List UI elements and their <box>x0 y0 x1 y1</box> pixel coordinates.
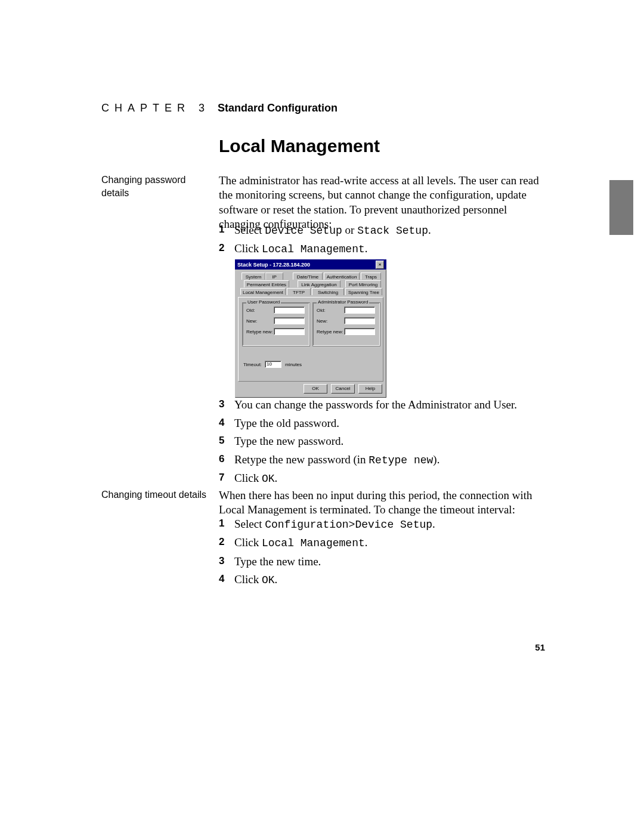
step-item: 1Select Device Setup or Stack Setup. <box>219 222 544 238</box>
chapter-word: CHAPTER 3 <box>101 102 210 114</box>
chapter-header: CHAPTER 3 Standard Configuration <box>101 102 338 114</box>
step-text: Select Configuration>Device Setup. <box>234 516 544 532</box>
page-thumb-tab <box>609 180 633 235</box>
para-timeout-intro: When there has been no input during this… <box>219 488 544 518</box>
step-text: Click OK. <box>234 572 544 587</box>
tab-switching[interactable]: Switching <box>312 288 344 295</box>
group-user-label: User Password <box>246 299 281 305</box>
tab-spanning-tree[interactable]: Spanning Tree <box>345 288 382 295</box>
code-literal: OK <box>262 473 275 485</box>
dialog-body: System IP Date/Time Authentication Traps… <box>235 270 386 398</box>
step-text: Click OK. <box>234 470 544 486</box>
label-user-new: New: <box>246 318 257 324</box>
step-text: Retype the new password (in Retype new). <box>234 452 544 467</box>
dialog-stack-setup: Stack Setup - 172.28.184.200 × System IP… <box>235 259 386 398</box>
step-text: You can change the passwords for the Adm… <box>234 397 544 413</box>
tab-authentication[interactable]: Authentication <box>324 272 360 280</box>
step-number: 2 <box>219 535 234 550</box>
code-literal: Retype new <box>369 454 433 466</box>
tab-tftp[interactable]: TFTP <box>287 288 311 295</box>
page-number: 51 <box>535 642 545 652</box>
step-item: 2Click Local Management. <box>219 535 544 550</box>
dialog-title-text: Stack Setup - 172.28.184.200 <box>237 262 310 268</box>
input-user-retype[interactable] <box>274 328 305 335</box>
step-number: 1 <box>219 222 234 238</box>
group-user-password: User Password Old: New: Retype new: <box>242 302 310 346</box>
step-number: 7 <box>219 470 234 486</box>
step-number: 2 <box>219 241 234 256</box>
code-literal: Local Management <box>262 243 365 255</box>
tab-port-mirroring[interactable]: Port Mirroring <box>345 280 381 287</box>
tab-panel: User Password Old: New: Retype new: Admi… <box>238 297 383 382</box>
step-text: Type the old password. <box>234 416 544 431</box>
step-text: Click Local Management. <box>234 535 544 550</box>
step-item: 1Select Configuration>Device Setup. <box>219 516 544 532</box>
input-admin-retype[interactable] <box>344 328 375 335</box>
step-item: 7Click OK. <box>219 470 544 486</box>
step-number: 4 <box>219 572 234 587</box>
tab-link-aggregation[interactable]: Link Aggregation <box>298 280 340 287</box>
step-item: 3Type the new time. <box>219 554 544 569</box>
step-text: Click Local Management. <box>234 241 544 256</box>
steps-password-b: 3You can change the passwords for the Ad… <box>219 397 544 490</box>
label-admin-retype: Retype new: <box>317 329 343 335</box>
side-label-password: Changing password details <box>101 174 209 199</box>
group-admin-label: Administrator Password <box>317 299 369 305</box>
step-text: Select Device Setup or Stack Setup. <box>234 222 544 238</box>
label-user-old: Old: <box>246 308 255 313</box>
cancel-button[interactable]: Cancel <box>331 384 355 394</box>
step-number: 4 <box>219 416 234 431</box>
tab-traps[interactable]: Traps <box>361 272 381 280</box>
steps-password-a: 1Select Device Setup or Stack Setup.2Cli… <box>219 222 544 260</box>
ok-button[interactable]: OK <box>304 384 327 394</box>
code-literal: Local Management <box>262 537 365 549</box>
tab-datetime[interactable]: Date/Time <box>293 272 323 280</box>
code-literal: OK <box>262 574 275 586</box>
label-admin-new: New: <box>317 318 327 324</box>
input-timeout[interactable]: 10 <box>265 361 281 368</box>
step-text: Type the new password. <box>234 433 544 449</box>
step-item: 6Retype the new password (in Retype new)… <box>219 452 544 467</box>
group-admin-password: Administrator Password Old: New: Retype … <box>312 302 380 346</box>
step-item: 5Type the new password. <box>219 433 544 449</box>
dialog-titlebar[interactable]: Stack Setup - 172.28.184.200 × <box>235 259 386 270</box>
step-number: 5 <box>219 433 234 449</box>
steps-timeout: 1Select Configuration>Device Setup.2Clic… <box>219 516 544 591</box>
label-user-retype: Retype new: <box>246 329 273 335</box>
help-button[interactable]: Help <box>358 384 382 394</box>
code-literal: Stack Setup <box>357 225 428 237</box>
step-number: 3 <box>219 397 234 413</box>
code-literal: Configuration>Device Setup <box>265 519 432 531</box>
label-timeout-unit: minutes <box>285 362 302 367</box>
input-admin-new[interactable] <box>344 317 375 324</box>
step-item: 4Click OK. <box>219 572 544 587</box>
input-admin-old[interactable] <box>344 306 375 314</box>
input-user-old[interactable] <box>274 306 305 314</box>
step-number: 1 <box>219 516 234 532</box>
step-text: Type the new time. <box>234 554 544 569</box>
step-number: 3 <box>219 554 234 569</box>
tab-permanent-entries[interactable]: Permanent Entries <box>244 280 289 287</box>
tab-system[interactable]: System <box>242 272 265 280</box>
step-item: 4Type the old password. <box>219 416 544 431</box>
label-timeout: Timeout: <box>243 362 262 367</box>
input-user-new[interactable] <box>274 317 305 324</box>
step-number: 6 <box>219 452 234 467</box>
step-item: 3You can change the passwords for the Ad… <box>219 397 544 413</box>
label-admin-old: Old: <box>317 308 326 313</box>
side-label-timeout: Changing timeout details <box>101 488 209 501</box>
section-heading: Local Management <box>219 136 380 156</box>
document-page: CHAPTER 3 Standard Configuration Local M… <box>0 0 644 833</box>
chapter-title: Standard Configuration <box>218 102 338 114</box>
tab-strip: System IP Date/Time Authentication Traps… <box>238 272 383 298</box>
code-literal: Device Setup <box>265 225 342 237</box>
tab-ip[interactable]: IP <box>265 272 283 280</box>
close-icon[interactable]: × <box>376 261 384 269</box>
step-item: 2Click Local Management. <box>219 241 544 256</box>
tab-local-management[interactable]: Local Management <box>240 288 286 295</box>
